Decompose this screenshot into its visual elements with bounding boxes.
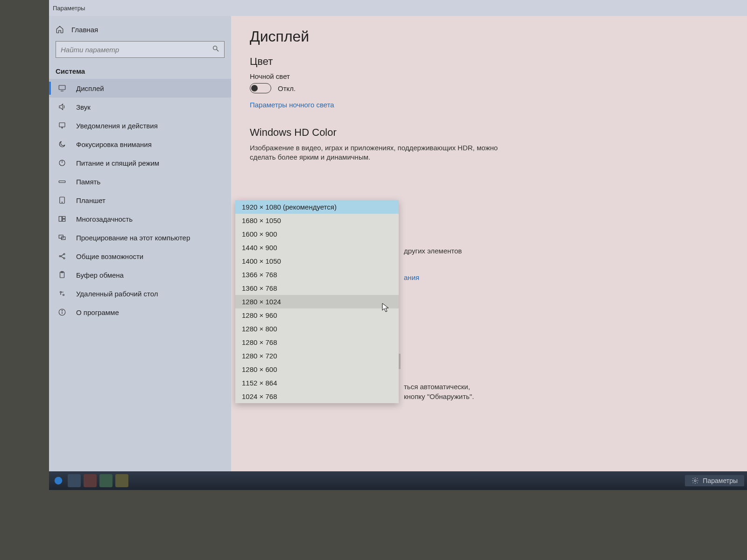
sidebar-item-label: Буфер обмена <box>76 271 124 279</box>
taskbar-icon[interactable] <box>68 474 81 487</box>
svg-rect-7 <box>59 181 65 183</box>
svg-rect-2 <box>59 85 65 90</box>
sidebar-item-shared[interactable]: Общие возможности <box>49 247 231 266</box>
sidebar-section-heading: Система <box>49 67 231 79</box>
resolution-option[interactable]: 1280 × 960 <box>235 308 399 322</box>
svg-rect-12 <box>63 219 65 222</box>
about-icon <box>57 308 67 317</box>
search-input-wrap[interactable] <box>56 41 225 58</box>
svg-point-15 <box>59 256 61 257</box>
window-title: Параметры <box>53 5 85 12</box>
sidebar-item-label: Фокусировка внимания <box>76 140 152 148</box>
sidebar-item-monitor[interactable]: Дисплей <box>49 79 231 98</box>
resolution-option[interactable]: 1280 × 600 <box>235 363 399 376</box>
toggle-knob <box>251 85 258 91</box>
night-light-label: Ночной свет <box>250 72 728 80</box>
svg-rect-4 <box>59 123 65 127</box>
notify-icon <box>57 121 67 130</box>
sidebar-item-label: Уведомления и действия <box>76 122 158 130</box>
sidebar-item-clipboard[interactable]: Буфер обмена <box>49 266 231 284</box>
partial-text-elements: других элементов <box>404 247 462 255</box>
svg-point-21 <box>63 294 64 296</box>
start-button[interactable] <box>52 474 65 487</box>
taskbar-settings-tile[interactable]: Параметры <box>685 475 744 486</box>
sidebar-item-label: Память <box>76 178 100 186</box>
taskbar-icon[interactable] <box>115 474 128 487</box>
sidebar-item-label: О программе <box>76 308 119 316</box>
svg-point-17 <box>63 258 65 259</box>
tablet-icon <box>57 196 67 205</box>
resolution-dropdown[interactable]: 1920 × 1080 (рекомендуется)1680 × 105016… <box>235 200 399 403</box>
resolution-option[interactable]: 1600 × 900 <box>235 227 399 241</box>
storage-icon <box>57 177 67 186</box>
resolution-option[interactable]: 1152 × 864 <box>235 376 399 390</box>
resolution-option[interactable]: 1366 × 768 <box>235 268 399 281</box>
sidebar-item-label: Дисплей <box>76 84 104 92</box>
resolution-option[interactable]: 1024 × 768 <box>235 390 399 403</box>
svg-point-20 <box>60 292 62 293</box>
project-icon <box>57 233 67 242</box>
night-light-settings-link[interactable]: Параметры ночного света <box>250 101 334 109</box>
sidebar-item-label: Звук <box>76 103 91 111</box>
moon-icon <box>57 140 67 149</box>
gear-icon <box>691 477 699 484</box>
sidebar-home-label: Главная <box>71 26 98 34</box>
resolution-option[interactable]: 1400 × 1050 <box>235 254 399 268</box>
color-heading: Цвет <box>250 56 728 68</box>
multitask-icon <box>57 214 67 224</box>
clipboard-icon <box>57 270 67 280</box>
resolution-option[interactable]: 1280 × 1024 <box>235 295 399 308</box>
page-title: Дисплей <box>250 28 728 45</box>
svg-point-25 <box>55 477 63 485</box>
svg-rect-11 <box>63 217 65 219</box>
content-area: Дисплей Цвет Ночной свет Откл. Параметры… <box>231 16 747 490</box>
svg-point-16 <box>63 253 65 255</box>
resolution-option[interactable]: 1280 × 720 <box>235 349 399 363</box>
sidebar-item-about[interactable]: О программе <box>49 303 231 322</box>
sidebar-item-label: Планшет <box>76 196 106 204</box>
taskbar-tile-label: Параметры <box>703 477 738 484</box>
sidebar-item-label: Удаленный рабочий стол <box>76 290 158 298</box>
sidebar-item-power[interactable]: Питание и спящий режим <box>49 154 231 172</box>
taskbar-icon[interactable] <box>99 474 113 487</box>
search-icon <box>212 45 219 54</box>
sidebar: Главная Система ДисплейЗвукУведомления и… <box>49 16 231 490</box>
hd-color-heading: Windows HD Color <box>250 126 728 139</box>
svg-rect-10 <box>59 217 62 222</box>
sidebar-item-label: Проецирование на этот компьютер <box>76 234 190 242</box>
sidebar-item-notify[interactable]: Уведомления и действия <box>49 116 231 135</box>
sidebar-home[interactable]: Главная <box>49 22 231 41</box>
shared-icon <box>57 252 67 261</box>
resolution-option[interactable]: 1680 × 1050 <box>235 214 399 227</box>
power-icon <box>57 158 67 168</box>
search-input[interactable] <box>61 46 204 54</box>
sidebar-item-storage[interactable]: Память <box>49 172 231 191</box>
sidebar-item-remote[interactable]: Удаленный рабочий стол <box>49 284 231 303</box>
svg-point-26 <box>694 480 696 482</box>
svg-point-24 <box>62 310 62 311</box>
resolution-option[interactable]: 1440 × 900 <box>235 241 399 254</box>
resolution-option[interactable]: 1280 × 768 <box>235 336 399 349</box>
cursor-icon <box>382 303 389 312</box>
monitor-icon <box>57 84 67 93</box>
taskbar[interactable]: Параметры <box>49 471 747 490</box>
night-light-toggle[interactable] <box>250 83 271 93</box>
svg-point-0 <box>213 46 217 50</box>
resolution-option[interactable]: 1920 × 1080 (рекомендуется) <box>235 200 399 214</box>
svg-point-9 <box>62 202 62 203</box>
hd-color-desc: Изображение в видео, играх и приложениях… <box>250 143 511 162</box>
sidebar-item-tablet[interactable]: Планшет <box>49 191 231 210</box>
resolution-option[interactable]: 1280 × 800 <box>235 322 399 336</box>
sidebar-item-label: Общие возможности <box>76 252 143 260</box>
sidebar-item-moon[interactable]: Фокусировка внимания <box>49 135 231 154</box>
sidebar-item-sound[interactable]: Звук <box>49 98 231 116</box>
svg-line-1 <box>217 49 218 51</box>
resolution-option[interactable]: 1360 × 768 <box>235 281 399 295</box>
taskbar-icon[interactable] <box>84 474 97 487</box>
sidebar-item-project[interactable]: Проецирование на этот компьютер <box>49 228 231 247</box>
auto-detect-text: ться автоматически, кнопку "Обнаружить". <box>404 382 474 401</box>
partial-link-tail[interactable]: ания <box>404 273 419 281</box>
night-light-state: Откл. <box>278 84 296 92</box>
sound-icon <box>57 102 67 112</box>
sidebar-item-multitask[interactable]: Многозадачность <box>49 210 231 228</box>
